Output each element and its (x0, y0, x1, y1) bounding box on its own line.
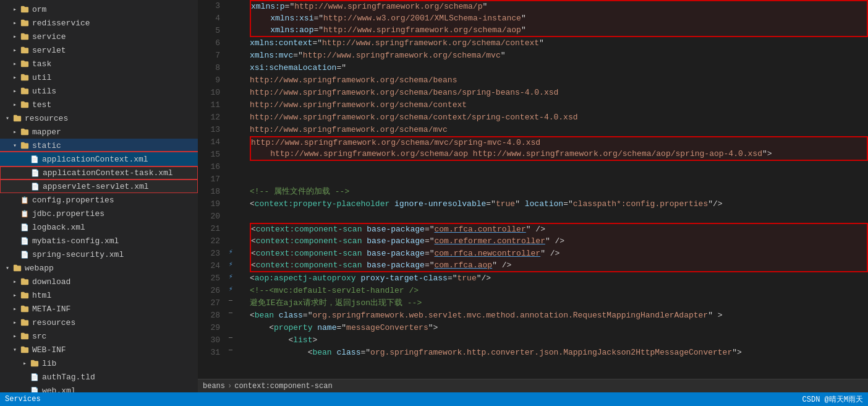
sidebar-item-static[interactable]: static (0, 139, 198, 152)
breadcrumb-beans[interactable]: beans (203, 382, 225, 391)
code-line-31: <bean class="org.springframework.http.co… (250, 347, 868, 359)
breadcrumb-context-scan[interactable]: context:component-scan (234, 382, 332, 391)
xml-file-icon: 📄 (30, 168, 40, 178)
code-line-9: http://www.springframework.org/schema/be… (250, 74, 868, 87)
sidebar-item-label: jdbc.properties (32, 209, 104, 218)
sidebar-item-mapper[interactable]: mapper (0, 125, 198, 139)
code-line-11: http://www.springframework.org/schema/co… (250, 99, 868, 111)
props-file-icon: 📋 (20, 195, 30, 205)
sidebar-item-web-xml[interactable]: 📄 web.xml (0, 384, 198, 392)
sidebar-item-jdbc-properties[interactable]: 📋 jdbc.properties (0, 207, 198, 220)
csdn-attribution: CSDN @晴天M雨天 (802, 394, 863, 405)
sidebar-item-label: service (32, 32, 66, 41)
code-line-26: <!--<mvc:default-servlet-handler /> (250, 285, 868, 297)
chevron-icon (20, 358, 30, 368)
xml-file-icon: 📄 (20, 222, 30, 232)
breadcrumb-bar: beans › context:component-scan (198, 379, 868, 392)
chevron-icon (10, 18, 20, 28)
code-line-17 (250, 173, 868, 186)
sidebar-item-label: resources (25, 114, 68, 123)
chevron-icon (2, 263, 12, 273)
sidebar-item-appservlet-servlet[interactable]: 📄 appservlet-servlet.xml (0, 179, 198, 193)
folder-icon (20, 345, 30, 355)
sidebar-item-lib[interactable]: lib (0, 356, 198, 370)
sidebar-item-resources[interactable]: resources (0, 111, 198, 125)
folder-icon (20, 32, 30, 41)
sidebar-item-download[interactable]: download (0, 275, 198, 288)
sidebar-item-label: servlet (32, 46, 66, 55)
sidebar-item-label: META-INF (32, 304, 70, 314)
xml-file-icon: 📄 (20, 249, 30, 259)
chevron-icon (10, 4, 20, 14)
sidebar-item-web-inf[interactable]: WEB-INF (0, 343, 198, 356)
sidebar-item-label: download (32, 277, 70, 287)
sidebar-item-webapp[interactable]: webapp (0, 261, 198, 275)
code-editor[interactable]: xmlns:p="http://www.springframework.org/… (245, 0, 868, 379)
sidebar-item-service[interactable]: service (0, 30, 198, 43)
line-numbers: 3 4 5 6 7 8 9 10 11 12 13 14 15 16 17 18… (198, 0, 228, 379)
sidebar-item-redisservice[interactable]: redisservice (0, 16, 198, 30)
sidebar-item-label: static (32, 141, 61, 150)
code-container[interactable]: 3 4 5 6 7 8 9 10 11 12 13 14 15 16 17 18… (198, 0, 868, 379)
sidebar-item-label: spring-security.xml (32, 250, 124, 259)
code-line-29: <property name="messageConverters"> (250, 322, 868, 334)
folder-icon (20, 304, 30, 314)
code-line-27: 避免IE在ajax请求时，返回json出现下载 --> (250, 297, 868, 309)
code-line-25: <aop:aspectj-autoproxy proxy-target-clas… (250, 272, 868, 285)
breadcrumb-context-label: context:component-scan (234, 382, 332, 391)
chevron-icon (10, 45, 20, 55)
sidebar-item-mybatis[interactable]: 📄 mybatis-config.xml (0, 234, 198, 248)
code-line-4: xmlns:xsi="http://www.w3.org/2001/XMLSch… (250, 12, 868, 25)
sidebar-item-label: appservlet-servlet.xml (43, 182, 149, 191)
sidebar-item-applicationContext[interactable]: 📄 applicationContext.xml (0, 152, 198, 166)
code-line-15: http://www.springframework.org/schema/ao… (250, 149, 868, 161)
sidebar-item-label: redisservice (32, 19, 90, 28)
folder-icon (20, 331, 30, 341)
gutter: ⚡ ⚡ ⚡ ⚡ — — — — (228, 0, 245, 379)
status-bar-left: Services (5, 395, 41, 404)
code-line-19: <context:property-placeholder ignore-unr… (250, 198, 868, 210)
folder-icon (20, 140, 30, 150)
tld-file-icon: 📄 (30, 372, 40, 382)
sidebar-item-task[interactable]: task (0, 57, 198, 71)
sidebar-item-orm[interactable]: orm (0, 2, 198, 16)
chevron-icon (10, 127, 20, 137)
sidebar-item-spring-security[interactable]: 📄 spring-security.xml (0, 248, 198, 261)
folder-icon (20, 4, 30, 14)
sidebar-item-label: web.xml (42, 386, 76, 393)
sidebar-item-util[interactable]: util (0, 71, 198, 84)
sidebar-item-label: applicationContext-task.xml (43, 168, 173, 178)
sidebar-item-logback[interactable]: 📄 logback.xml (0, 220, 198, 234)
folder-icon (20, 277, 30, 287)
sidebar-item-utils[interactable]: utils (0, 84, 198, 98)
sidebar-item-label: config.properties (32, 196, 114, 205)
code-line-12: http://www.springframework.org/schema/co… (250, 111, 868, 124)
sidebar-item-resources2[interactable]: resources (0, 316, 198, 329)
code-line-23: <context:component-scan base-package="co… (250, 248, 868, 260)
sidebar-item-config-properties[interactable]: 📋 config.properties (0, 193, 198, 207)
xml-file-icon: 📄 (30, 154, 40, 164)
chevron-icon (2, 113, 12, 123)
chevron-icon (10, 304, 20, 314)
sidebar-item-meta-inf[interactable]: META-INF (0, 302, 198, 316)
folder-icon (20, 290, 30, 300)
chevron-icon (10, 86, 20, 96)
sidebar-item-label: mybatis-config.xml (32, 236, 119, 246)
sidebar-item-authTag[interactable]: 📄 authTag.tld (0, 370, 198, 384)
xml-file-icon: 📄 (20, 236, 30, 246)
code-line-10: http://www.springframework.org/schema/be… (250, 87, 868, 99)
folder-icon (12, 113, 22, 123)
editor-area: 3 4 5 6 7 8 9 10 11 12 13 14 15 16 17 18… (198, 0, 868, 392)
xml-file-icon: 📄 (30, 181, 40, 191)
sidebar-item-applicationContext-task[interactable]: 📄 applicationContext-task.xml (0, 166, 198, 179)
chevron-icon (10, 32, 20, 41)
sidebar-item-html[interactable]: html (0, 288, 198, 302)
folder-icon (20, 86, 30, 96)
folder-icon (20, 18, 30, 28)
sidebar-item-servlet[interactable]: servlet (0, 43, 198, 57)
sidebar-item-src[interactable]: src (0, 329, 198, 343)
file-tree[interactable]: orm redisservice service servlet (0, 0, 198, 392)
chevron-icon (10, 277, 20, 287)
folder-icon (20, 72, 30, 82)
sidebar-item-test[interactable]: test (0, 98, 198, 111)
